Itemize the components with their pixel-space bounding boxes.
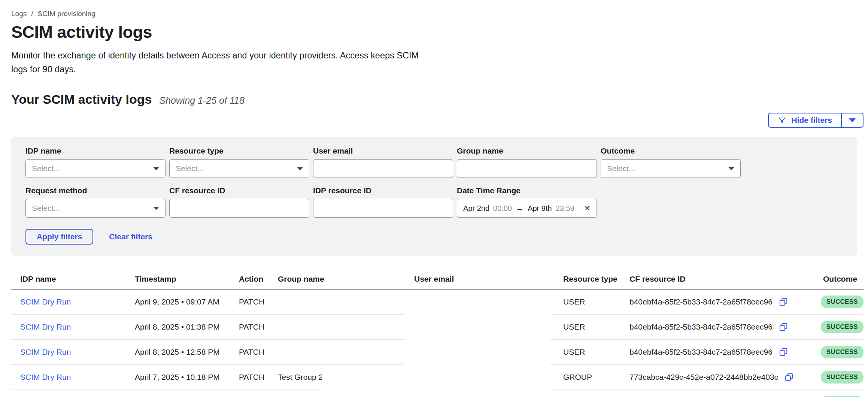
- copy-icon[interactable]: [779, 297, 788, 307]
- filters-row-2: Request method Select... CF resource ID …: [25, 186, 843, 218]
- cf-resource-id-label: CF resource ID: [169, 186, 309, 195]
- apply-filters-button[interactable]: Apply filters: [25, 229, 93, 245]
- status-badge: SUCCESS: [821, 371, 864, 384]
- filter-actions: Apply filters Clear filters: [25, 229, 843, 245]
- cell-resource-type: USER: [563, 322, 629, 331]
- chevron-down-icon: [153, 167, 159, 170]
- request-method-select[interactable]: Select...: [25, 199, 166, 218]
- cell-cf-resource-id: b40ebf4a-85f2-5b33-84c7-2a65f78eec96: [629, 297, 773, 306]
- page-title: SCIM activity logs: [11, 22, 868, 42]
- cell-action: PATCH: [239, 373, 278, 382]
- scim-logs-table: IDP name Timestamp Action Group name Use…: [11, 275, 864, 397]
- range-end-date[interactable]: Apr 9th: [528, 204, 552, 213]
- redaction-overlay: [404, 291, 550, 397]
- idp-link[interactable]: SCIM Dry Run: [11, 373, 135, 382]
- cell-timestamp: April 8, 2025 • 01:38 PM: [135, 322, 239, 331]
- resource-type-placeholder: Select...: [176, 164, 204, 173]
- section-heading-row: Your SCIM activity logs Showing 1-25 of …: [11, 92, 868, 107]
- clear-date-range-icon[interactable]: ✕: [584, 204, 591, 213]
- col-header-action: Action: [239, 275, 278, 284]
- cell-action: PATCH: [239, 297, 278, 306]
- outcome-label: Outcome: [601, 146, 741, 155]
- col-header-cf-resource-id: CF resource ID: [629, 275, 823, 284]
- request-method-placeholder: Select...: [32, 204, 60, 213]
- breadcrumb-separator: /: [31, 10, 33, 18]
- status-badge: SUCCESS: [821, 346, 864, 358]
- resource-type-select[interactable]: Select...: [169, 159, 309, 178]
- page-description: Monitor the exchange of identity details…: [11, 49, 434, 76]
- cell-cf-resource-id: b40ebf4a-85f2-5b33-84c7-2a65f78eec96: [629, 348, 773, 357]
- hide-filters-button[interactable]: Hide filters: [768, 113, 864, 128]
- arrow-right-icon: →: [516, 203, 524, 213]
- chevron-down-icon: [849, 118, 856, 122]
- filter-funnel-icon: [778, 116, 786, 125]
- group-name-label: Group name: [457, 146, 597, 155]
- cell-action: PATCH: [239, 322, 278, 331]
- range-end-time[interactable]: 23:59: [556, 204, 574, 213]
- group-name-input[interactable]: [457, 159, 597, 178]
- filters-toolbar: Hide filters: [11, 113, 864, 128]
- chevron-down-icon: [297, 167, 303, 170]
- redaction-overlay: [322, 366, 404, 397]
- idp-name-placeholder: Select...: [32, 164, 60, 173]
- hide-filters-label: Hide filters: [791, 116, 832, 125]
- clear-filters-link[interactable]: Clear filters: [109, 232, 152, 241]
- breadcrumb-scim-provisioning: SCIM provisioning: [37, 10, 95, 18]
- cell-cf-resource-id: 773cabca-429c-452e-a072-2448bb2e403c: [629, 373, 778, 382]
- cell-timestamp: April 8, 2025 • 12:58 PM: [135, 348, 239, 357]
- user-email-input[interactable]: [313, 159, 453, 178]
- outcome-select[interactable]: Select...: [601, 159, 741, 178]
- resource-type-label: Resource type: [169, 146, 309, 155]
- cell-resource-type: USER: [563, 297, 629, 306]
- user-email-label: User email: [313, 146, 453, 155]
- chevron-down-icon: [153, 207, 159, 210]
- date-time-range-label: Date Time Range: [457, 186, 597, 195]
- range-start-date[interactable]: Apr 2nd: [463, 204, 489, 213]
- cell-resource-type: USER: [563, 348, 629, 357]
- cf-resource-id-input[interactable]: [169, 199, 309, 218]
- idp-name-label: IDP name: [25, 146, 166, 155]
- idp-link[interactable]: SCIM Dry Run: [11, 322, 135, 331]
- breadcrumb: Logs / SCIM provisioning: [11, 10, 868, 18]
- filters-row-1: IDP name Select... Resource type Select.…: [25, 146, 843, 178]
- col-header-group-name: Group name: [278, 275, 414, 284]
- filters-panel: IDP name Select... Resource type Select.…: [11, 137, 857, 256]
- table-header-row: IDP name Timestamp Action Group name Use…: [11, 275, 864, 290]
- status-badge: SUCCESS: [821, 296, 864, 308]
- breadcrumb-logs-link[interactable]: Logs: [11, 10, 27, 18]
- filters-dropdown-toggle[interactable]: [842, 113, 863, 127]
- showing-count: Showing 1-25 of 118: [159, 95, 244, 106]
- cell-resource-type: GROUP: [563, 373, 629, 382]
- chevron-down-icon: [728, 167, 734, 170]
- idp-link[interactable]: SCIM Dry Run: [11, 348, 135, 357]
- status-badge: SUCCESS: [821, 321, 864, 333]
- idp-name-select[interactable]: Select...: [25, 159, 166, 178]
- date-time-range-picker[interactable]: Apr 2nd 00:00 → Apr 9th 23:59 ✕: [457, 199, 597, 218]
- col-header-idp-name: IDP name: [11, 275, 135, 284]
- scim-activity-logs-page: Logs / SCIM provisioning SCIM activity l…: [11, 10, 868, 397]
- cell-timestamp: April 7, 2025 • 10:18 PM: [135, 373, 239, 382]
- copy-icon[interactable]: [779, 347, 788, 357]
- request-method-label: Request method: [25, 186, 166, 195]
- col-header-resource-type: Resource type: [563, 275, 629, 284]
- range-start-time[interactable]: 00:00: [493, 204, 512, 213]
- cell-timestamp: April 9, 2025 • 09:07 AM: [135, 297, 239, 306]
- idp-link[interactable]: SCIM Dry Run: [11, 297, 135, 306]
- col-header-outcome: Outcome: [823, 275, 864, 284]
- col-header-user-email: User email: [414, 275, 563, 284]
- outcome-placeholder: Select...: [607, 164, 635, 173]
- idp-resource-id-input[interactable]: [313, 199, 453, 218]
- hide-filters-main[interactable]: Hide filters: [769, 113, 842, 127]
- col-header-timestamp: Timestamp: [135, 275, 239, 284]
- idp-resource-id-label: IDP resource ID: [313, 186, 453, 195]
- section-heading: Your SCIM activity logs: [11, 92, 152, 107]
- copy-icon[interactable]: [784, 372, 794, 382]
- copy-icon[interactable]: [779, 322, 788, 332]
- cell-action: PATCH: [239, 348, 278, 357]
- cell-cf-resource-id: b40ebf4a-85f2-5b33-84c7-2a65f78eec96: [629, 322, 773, 331]
